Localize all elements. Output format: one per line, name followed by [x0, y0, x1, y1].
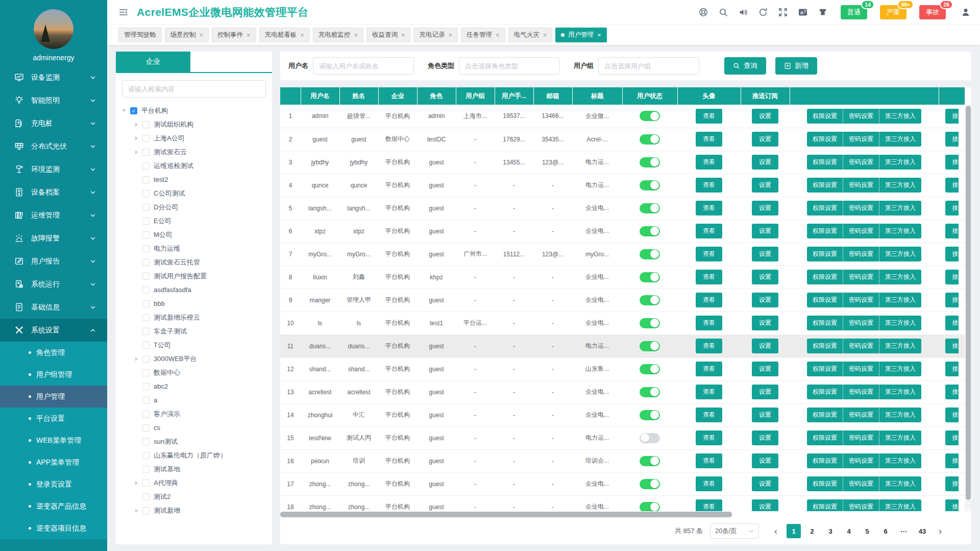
role-filter-input[interactable]: [459, 57, 560, 75]
tree-node[interactable]: 测试2: [121, 490, 268, 504]
clipped-action-button[interactable]: 接入: [945, 201, 959, 215]
fullscreen-icon[interactable]: [778, 7, 788, 17]
view-avatar-button[interactable]: 查看: [696, 316, 722, 330]
third-party-access-button[interactable]: 第三方接入: [879, 270, 921, 284]
close-icon[interactable]: ×: [597, 32, 601, 38]
tree-node[interactable]: 电力运维: [121, 242, 268, 255]
user-status-toggle[interactable]: [640, 387, 660, 397]
table-row[interactable]: 2guestguest数据中心testDC-17629...35435...Ac…: [280, 128, 965, 151]
close-icon[interactable]: ×: [247, 32, 251, 38]
submenu-item-platform-settings[interactable]: 平台设置: [0, 408, 107, 429]
clipped-action-button[interactable]: 接入: [945, 385, 959, 399]
close-icon[interactable]: ×: [448, 32, 452, 38]
menu-collapse-icon[interactable]: [118, 7, 129, 17]
caret-right-icon[interactable]: [133, 481, 139, 485]
page-number[interactable]: 1: [787, 524, 801, 538]
third-party-access-button[interactable]: 第三方接入: [879, 430, 921, 445]
close-icon[interactable]: ×: [300, 32, 304, 38]
tree-node[interactable]: T公司: [121, 338, 268, 352]
table-row[interactable]: 5langsh...langsh...平台机构guest---企业电...查看设…: [280, 197, 965, 220]
checkbox-unchecked[interactable]: [142, 286, 150, 294]
view-avatar-button[interactable]: 查看: [696, 201, 722, 215]
permission-setting-button[interactable]: 权限设置: [807, 155, 843, 170]
table-row[interactable]: 15testNew测试人丙平台机构guest---电力运...查看设置权限设置密…: [280, 426, 965, 449]
third-party-access-button[interactable]: 第三方接入: [879, 316, 921, 330]
view-avatar-button[interactable]: 查看: [696, 109, 722, 124]
tree-node[interactable]: 测试组织机构: [121, 117, 268, 131]
user-status-toggle[interactable]: [640, 410, 660, 420]
user-status-toggle[interactable]: [640, 295, 660, 305]
close-icon[interactable]: ×: [354, 32, 358, 38]
checkbox-unchecked[interactable]: [142, 369, 150, 376]
tree-node[interactable]: C公司测试: [121, 186, 268, 200]
tree-node[interactable]: 上海A公司: [121, 131, 268, 145]
clipped-action-button[interactable]: 接入: [945, 499, 959, 511]
checkbox-unchecked[interactable]: [142, 218, 150, 225]
tree-node[interactable]: sun测试: [121, 435, 268, 448]
caret-right-icon[interactable]: [133, 136, 139, 140]
close-icon[interactable]: ×: [200, 32, 204, 38]
prev-page-button[interactable]: ‹: [769, 526, 782, 536]
push-setting-button[interactable]: 设置: [752, 224, 778, 238]
view-avatar-button[interactable]: 查看: [696, 430, 722, 445]
caret-down-icon[interactable]: [121, 109, 127, 112]
close-icon[interactable]: ×: [496, 32, 500, 38]
tree-node[interactable]: cs: [121, 421, 268, 435]
push-setting-button[interactable]: 设置: [752, 270, 778, 284]
checkbox-unchecked[interactable]: [142, 438, 150, 445]
permission-setting-button[interactable]: 权限设置: [807, 499, 843, 511]
push-setting-button[interactable]: 设置: [752, 362, 778, 376]
add-button[interactable]: 新增: [775, 57, 817, 75]
checkbox-unchecked[interactable]: [142, 314, 150, 321]
tree-node[interactable]: asdfasfasdfa: [121, 283, 268, 297]
tree-node[interactable]: E公司: [121, 214, 268, 228]
checkbox-unchecked[interactable]: [142, 245, 150, 252]
permission-setting-button[interactable]: 权限设置: [807, 339, 843, 353]
table-row[interactable]: 10lsls平台机构test1平台运...--企业电...查看设置权限设置密码设…: [280, 312, 965, 334]
view-avatar-button[interactable]: 查看: [696, 453, 722, 468]
view-avatar-button[interactable]: 查看: [696, 339, 722, 353]
user-status-toggle[interactable]: [640, 157, 660, 167]
user-status-toggle[interactable]: [640, 111, 660, 121]
third-party-access-button[interactable]: 第三方接入: [879, 247, 921, 261]
clipped-action-button[interactable]: 接入: [945, 362, 959, 376]
next-page-button[interactable]: ›: [934, 526, 947, 536]
checkbox-unchecked[interactable]: [142, 397, 150, 404]
clipped-action-button[interactable]: 接入: [945, 316, 959, 330]
permission-setting-button[interactable]: 权限设置: [807, 430, 843, 445]
submenu-item-role-management[interactable]: 角色管理: [0, 342, 107, 364]
table-row[interactable]: 16peixun培训平台机构guest---培训企...查看设置权限设置密码设置…: [280, 449, 965, 472]
clipped-action-button[interactable]: 接入: [945, 247, 959, 261]
permission-setting-button[interactable]: 权限设置: [807, 109, 843, 124]
password-setting-button[interactable]: 密码设置: [843, 178, 879, 193]
push-setting-button[interactable]: 设置: [752, 316, 778, 330]
sidebar-item-user-report[interactable]: 用户报告: [0, 250, 107, 273]
table-row[interactable]: 6xtpzxtpz平台机构guest---企业电...查看设置权限设置密码设置第…: [280, 220, 965, 243]
push-setting-button[interactable]: 设置: [752, 453, 778, 468]
checkbox-unchecked[interactable]: [142, 162, 150, 170]
checkbox-unchecked[interactable]: [142, 383, 150, 390]
third-party-access-button[interactable]: 第三方接入: [879, 155, 921, 170]
push-setting-button[interactable]: 设置: [752, 430, 778, 445]
checkbox-unchecked[interactable]: [142, 135, 150, 142]
page-number[interactable]: 6: [878, 524, 893, 538]
permission-setting-button[interactable]: 权限设置: [807, 453, 843, 468]
caret-right-icon[interactable]: [133, 123, 139, 127]
checkbox-unchecked[interactable]: [142, 507, 150, 514]
password-setting-button[interactable]: 密码设置: [843, 132, 879, 147]
close-icon[interactable]: ×: [401, 32, 405, 38]
tab-任务管理[interactable]: 任务管理×: [461, 28, 505, 42]
user-status-toggle[interactable]: [640, 272, 660, 282]
password-setting-button[interactable]: 密码设置: [843, 247, 879, 261]
support-icon[interactable]: [698, 7, 708, 17]
tree-node[interactable]: D分公司: [121, 200, 268, 214]
user-status-toggle[interactable]: [640, 502, 660, 512]
submenu-item-web-menu-management[interactable]: WEB菜单管理: [0, 429, 107, 451]
push-setting-button[interactable]: 设置: [752, 499, 778, 511]
tree-search-input[interactable]: [122, 80, 266, 98]
view-avatar-button[interactable]: 查看: [696, 408, 722, 422]
clipped-action-button[interactable]: 接入: [945, 293, 959, 307]
table-row[interactable]: 9manger管理人甲平台机构guest---企业电...查看设置权限设置密码设…: [280, 289, 965, 312]
push-setting-button[interactable]: 设置: [752, 109, 778, 124]
password-setting-button[interactable]: 密码设置: [843, 155, 879, 170]
